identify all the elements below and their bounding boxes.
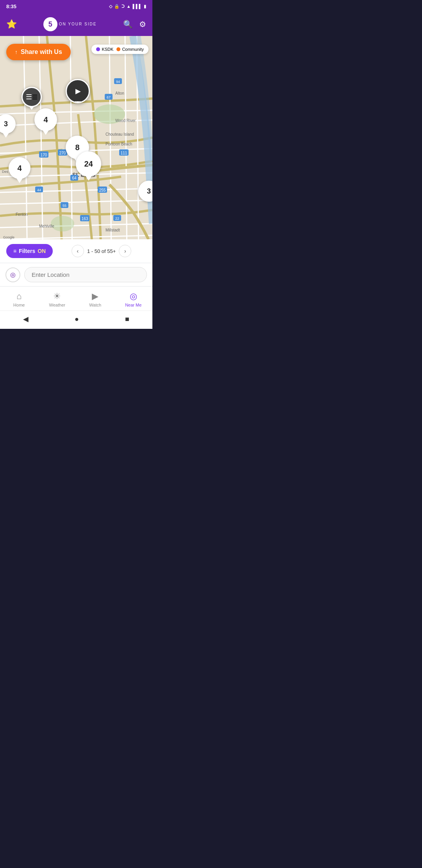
nfc-icon: Ↄ (122, 4, 125, 9)
nav-weather[interactable]: ☀ Weather (38, 290, 77, 309)
watch-icon: ▶ (92, 291, 98, 301)
nav-home[interactable]: ⌂ Home (0, 290, 38, 309)
prev-arrow-icon: ‹ (77, 248, 79, 254)
wifi-icon: ▲ (127, 4, 131, 9)
ksdk-dot (96, 47, 100, 51)
location-bar: ◎ (0, 263, 152, 286)
status-time: 8:35 (6, 4, 16, 9)
system-nav: ◀ ● ■ (0, 310, 152, 329)
settings-button[interactable]: ⚙ (139, 20, 146, 29)
map-overlay: ↑ Share with Us KSDK Community ☰ 3 4 8 4… (0, 36, 152, 263)
home-button[interactable]: ● (75, 315, 79, 323)
location-input[interactable] (24, 267, 147, 282)
favorite-button[interactable]: ⭐ (6, 19, 17, 29)
back-icon: ◀ (23, 315, 29, 323)
app-logo: 5 ON YOUR SIDE (43, 17, 97, 31)
status-bar: 8:35 ◇ 🔒 Ↄ ▲ ▌▌▌ ▮ (0, 0, 152, 13)
legend-ksdk: KSDK (96, 47, 113, 52)
legend-ksdk-label: KSDK (102, 47, 113, 52)
app-header: ⭐ 5 ON YOUR SIDE 🔍 ⚙ (0, 13, 152, 36)
nav-watch[interactable]: ▶ Watch (76, 290, 114, 309)
cluster-pin-4b[interactable]: 4 (9, 157, 30, 179)
battery-icon: ▮ (144, 4, 146, 9)
home-icon: ⌂ (16, 291, 21, 301)
article-icon: ☰ (32, 93, 38, 101)
prev-page-button[interactable]: ‹ (72, 245, 84, 257)
filters-label: Filters (19, 248, 35, 254)
recents-button[interactable]: ■ (125, 315, 129, 323)
bottom-nav: ⌂ Home ☀ Weather ▶ Watch ◎ Near Me (0, 286, 152, 310)
logo-tagline: ON YOUR SIDE (59, 22, 97, 27)
filters-button[interactable]: ≡ Filters ON (6, 244, 53, 258)
share-with-us-button[interactable]: ↑ Share with Us (6, 44, 71, 60)
near-me-icon: ◎ (130, 291, 137, 301)
map-bottom-bar: ≡ Filters ON ‹ 1 - 50 of 55+ › (0, 239, 152, 263)
nav-near-me[interactable]: ◎ Near Me (114, 290, 153, 309)
pagination: ‹ 1 - 50 of 55+ › (57, 245, 146, 257)
nav-home-label: Home (13, 303, 25, 307)
header-actions: 🔍 ⚙ (123, 20, 146, 29)
page-label: 1 - 50 of 55+ (87, 248, 116, 254)
legend-community: Community (116, 47, 144, 52)
cluster-pin-24[interactable]: 24 (76, 151, 101, 177)
back-button[interactable]: ◀ (23, 315, 29, 323)
filters-status: ON (38, 248, 46, 254)
search-button[interactable]: 🔍 (123, 20, 133, 29)
map-legend: KSDK Community (91, 45, 148, 54)
next-page-button[interactable]: › (119, 245, 131, 257)
filter-icon: ≡ (13, 248, 16, 254)
community-dot (116, 47, 120, 51)
lock-icon: 🔒 (114, 4, 120, 9)
legend-community-label: Community (122, 47, 144, 52)
cluster-pin-right[interactable]: 3 (138, 181, 152, 202)
nav-watch-label: Watch (89, 303, 101, 307)
signal-icon: ▌▌▌ (133, 4, 142, 9)
share-icon: ↑ (15, 49, 18, 55)
status-icons: ◇ 🔒 Ↄ ▲ ▌▌▌ ▮ (109, 4, 146, 9)
nav-weather-label: Weather (49, 303, 65, 307)
cluster-pin-3[interactable]: 3 (0, 114, 16, 134)
diamond-icon: ◇ (109, 4, 112, 9)
location-icon: ◎ (10, 271, 16, 278)
recents-icon: ■ (125, 315, 129, 323)
article-pin[interactable]: ☰ (21, 87, 42, 107)
map-container[interactable]: St. Louis Fenton Mehlville Millstadt Alt… (0, 36, 152, 263)
next-arrow-icon: › (124, 248, 126, 254)
cluster-pin-4a[interactable]: 4 (34, 108, 57, 131)
current-location-button[interactable]: ◎ (5, 267, 20, 282)
video-pin[interactable] (66, 79, 90, 103)
weather-icon: ☀ (53, 291, 61, 301)
home-sys-icon: ● (75, 315, 79, 323)
google-credit: Google (3, 235, 14, 239)
logo-number: 5 (43, 17, 57, 31)
nav-near-me-label: Near Me (125, 303, 141, 307)
share-button-label: Share with Us (21, 48, 62, 56)
